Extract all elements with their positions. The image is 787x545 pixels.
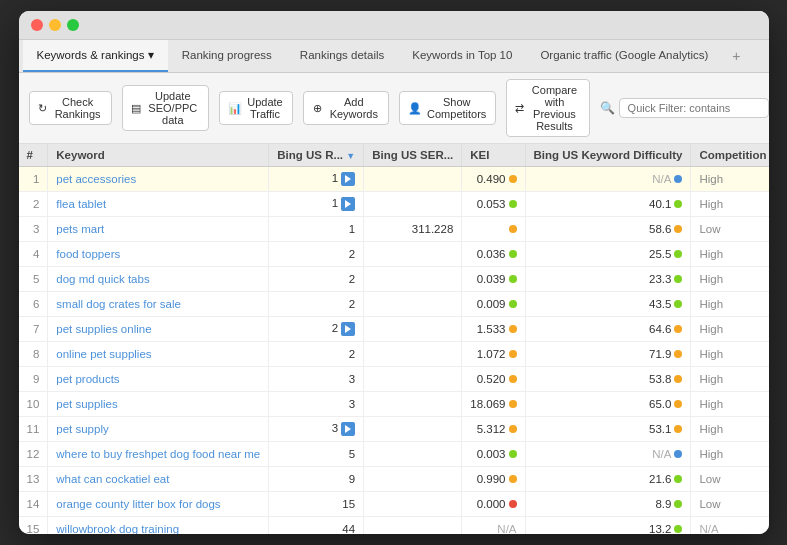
row-kei: 0.036	[462, 242, 525, 267]
play-button[interactable]	[341, 322, 355, 336]
row-keyword[interactable]: pet accessories	[48, 167, 269, 192]
row-ser	[364, 317, 462, 342]
row-difficulty: N/A	[525, 167, 691, 192]
row-keyword[interactable]: pet supplies	[48, 392, 269, 417]
tab-organic-traffic[interactable]: Organic traffic (Google Analytics)	[526, 41, 722, 71]
row-keyword[interactable]: where to buy freshpet dog food near me	[48, 442, 269, 467]
row-kei: 0.053	[462, 192, 525, 217]
row-rank: 1	[269, 167, 364, 192]
row-competition: High	[691, 367, 769, 392]
filter-input[interactable]	[619, 98, 769, 118]
row-difficulty: 23.3	[525, 267, 691, 292]
row-keyword[interactable]: orange county litter box for dogs	[48, 492, 269, 517]
row-rank: 9	[269, 467, 364, 492]
row-num: 5	[19, 267, 48, 292]
filter-bar: 🔍	[600, 98, 769, 118]
col-keyword: Keyword	[48, 144, 269, 167]
row-keyword[interactable]: small dog crates for sale	[48, 292, 269, 317]
row-rank: 3	[269, 417, 364, 442]
row-rank: 2	[269, 267, 364, 292]
row-num: 11	[19, 417, 48, 442]
row-competition: High	[691, 442, 769, 467]
row-difficulty: 8.9	[525, 492, 691, 517]
compare-button[interactable]: ⇄ Compare with Previous Results	[506, 79, 589, 137]
row-competition: High	[691, 342, 769, 367]
row-keyword[interactable]: food toppers	[48, 242, 269, 267]
table-row: 11 pet supply 3 5.312 53.1 High 🔗 www.pe…	[19, 417, 769, 442]
table-header-row: # Keyword Bing US R... ▼ Bing US SER... …	[19, 144, 769, 167]
row-keyword[interactable]: flea tablet	[48, 192, 269, 217]
minimize-button[interactable]	[49, 19, 61, 31]
row-num: 1	[19, 167, 48, 192]
check-rankings-button[interactable]: ↻ Check Rankings	[29, 91, 113, 125]
tab-keywords-rankings[interactable]: Keywords & rankings ▾	[23, 40, 168, 72]
row-kei: 0.009	[462, 292, 525, 317]
row-competition: High	[691, 317, 769, 342]
row-kei: 5.312	[462, 417, 525, 442]
table-row: 9 pet products 3 0.520 53.8 High 🔗 www.p…	[19, 367, 769, 392]
play-button[interactable]	[341, 422, 355, 436]
row-num: 14	[19, 492, 48, 517]
table-row: 2 flea tablet 1 0.053 40.1 High 🔗 www.pe…	[19, 192, 769, 217]
row-difficulty: 25.5	[525, 242, 691, 267]
row-num: 3	[19, 217, 48, 242]
row-keyword[interactable]: pet products	[48, 367, 269, 392]
person-icon: 👤	[408, 100, 422, 116]
table-row: 15 willowbrook dog training 44 N/A 13.2 …	[19, 517, 769, 535]
row-keyword[interactable]: pets mart	[48, 217, 269, 242]
row-ser	[364, 342, 462, 367]
row-rank: 44	[269, 517, 364, 535]
row-difficulty: 13.2	[525, 517, 691, 535]
row-keyword[interactable]: willowbrook dog training	[48, 517, 269, 535]
tab-keywords-top10[interactable]: Keywords in Top 10	[398, 41, 526, 71]
compare-icon: ⇄	[515, 100, 524, 116]
play-button[interactable]	[341, 197, 355, 211]
check-rankings-label: Check Rankings	[52, 96, 104, 120]
row-num: 6	[19, 292, 48, 317]
row-keyword[interactable]: what can cockatiel eat	[48, 467, 269, 492]
show-competitors-button[interactable]: 👤 Show Competitors	[399, 91, 496, 125]
row-keyword[interactable]: pet supply	[48, 417, 269, 442]
row-ser: 311.228	[364, 217, 462, 242]
update-traffic-button[interactable]: 📊 Update Traffic	[219, 91, 292, 125]
row-rank: 1	[269, 217, 364, 242]
tab-ranking-progress[interactable]: Ranking progress	[168, 41, 286, 71]
row-kei: N/A	[462, 517, 525, 535]
row-keyword[interactable]: online pet supplies	[48, 342, 269, 367]
row-competition: N/A	[691, 517, 769, 535]
update-seo-label: Update SEO/PPC data	[145, 90, 200, 126]
tab-rankings-details[interactable]: Rankings details	[286, 41, 398, 71]
row-keyword[interactable]: pet supplies online	[48, 317, 269, 342]
update-seo-button[interactable]: ▤ Update SEO/PPC data	[122, 85, 209, 131]
row-ser	[364, 242, 462, 267]
chart-icon: ▤	[131, 100, 141, 116]
row-num: 9	[19, 367, 48, 392]
row-num: 15	[19, 517, 48, 535]
row-rank: 3	[269, 367, 364, 392]
col-num: #	[19, 144, 48, 167]
play-button[interactable]	[341, 172, 355, 186]
keywords-table: # Keyword Bing US R... ▼ Bing US SER... …	[19, 144, 769, 534]
row-competition: High	[691, 267, 769, 292]
row-keyword[interactable]: dog md quick tabs	[48, 267, 269, 292]
row-num: 13	[19, 467, 48, 492]
add-tab-button[interactable]: +	[722, 40, 750, 72]
compare-label: Compare with Previous Results	[528, 84, 580, 132]
row-num: 7	[19, 317, 48, 342]
row-ser	[364, 192, 462, 217]
close-button[interactable]	[31, 19, 43, 31]
row-ser	[364, 292, 462, 317]
add-keywords-button[interactable]: ⊕ Add Keywords	[303, 91, 389, 125]
maximize-button[interactable]	[67, 19, 79, 31]
row-kei: 1.072	[462, 342, 525, 367]
row-rank: 2	[269, 342, 364, 367]
row-rank: 2	[269, 292, 364, 317]
row-difficulty: 53.8	[525, 367, 691, 392]
row-kei	[462, 217, 525, 242]
row-kei: 0.039	[462, 267, 525, 292]
add-keywords-label: Add Keywords	[328, 96, 380, 120]
row-competition: Low	[691, 467, 769, 492]
table-row: 6 small dog crates for sale 2 0.009 43.5…	[19, 292, 769, 317]
col-difficulty: Bing US Keyword Difficulty	[525, 144, 691, 167]
row-difficulty: 53.1	[525, 417, 691, 442]
